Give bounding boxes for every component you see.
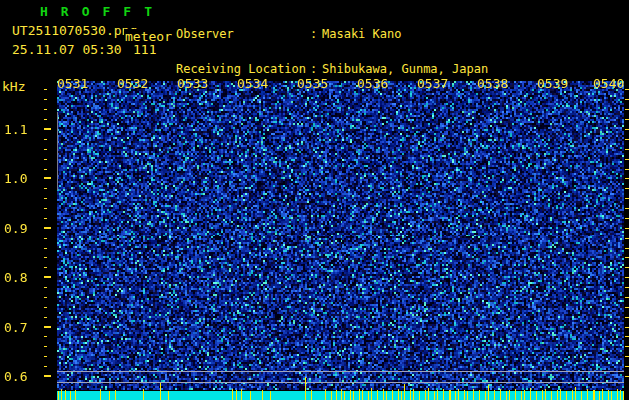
signal-spike [311,390,312,400]
reference-line-lower [57,382,624,383]
freq-minor-tick [44,218,47,219]
freq-tick-label: 1.1 [4,122,27,137]
freq-minor-tick [44,139,47,140]
signal-spike [488,385,489,400]
freq-major-tick [44,276,51,278]
freq-minor-tick [44,208,47,209]
signal-spike [593,390,595,400]
signal-spike [536,391,537,400]
signal-spike [401,391,402,400]
signal-spike [241,389,242,400]
signal-spike [551,391,552,400]
signal-spike [341,389,342,400]
freq-tick-label: 0.7 [4,320,27,335]
signal-spike [377,390,378,400]
freq-right-tick [625,336,629,337]
signal-spike [250,391,251,400]
signal-spike [485,391,486,400]
signal-spike [524,390,525,400]
signal-spike [602,389,603,400]
signal-spike [437,390,438,400]
signal-spike [542,390,543,400]
signal-spike [500,389,501,400]
time-tick-label: 0534 [237,76,268,91]
freq-right-tick [625,297,629,298]
signal-spike [143,389,144,400]
time-tick-label: 0539 [537,76,568,91]
signal-spike [530,388,531,400]
signal-spike [458,389,459,400]
time-tick-label: 0540 [593,76,624,91]
signal-spike [350,390,351,400]
freq-minor-tick [44,89,47,90]
signal-level-strip [57,391,624,400]
signal-spike [560,389,561,400]
signal-spike [434,391,435,400]
freq-right-tick [625,257,629,258]
freq-major-tick [44,375,51,377]
signal-spike [232,389,233,400]
freq-right-tick [625,198,629,199]
freq-minor-tick [44,188,47,189]
signal-spike [262,390,263,400]
signal-spike [467,391,468,400]
freq-right-tick [625,188,629,189]
signal-spike [353,391,354,400]
meta-label: Observer [176,29,310,41]
app-title: HROFFT [40,4,165,19]
time-tick-label: 0538 [477,76,508,91]
meta-value: Masaki Kano [322,29,401,41]
signal-spike [617,389,618,400]
signal-spike [305,377,306,400]
time-tick-label: 0536 [357,76,388,91]
signal-spike [160,383,161,400]
plot-left-border [57,112,58,190]
freq-right-tick [625,129,629,130]
signal-spike [383,389,384,400]
freq-tick-label: 1.0 [4,171,27,186]
freq-right-tick [625,376,629,377]
freq-right-tick [625,109,629,110]
signal-spike [506,391,507,400]
time-tick-label: 0533 [177,76,208,91]
observation-datetime: 25.11.07 05:30 [12,42,122,57]
freq-minor-tick [44,169,47,170]
signal-spike [599,391,600,400]
spectrogram-canvas [57,81,624,390]
output-filename: UT2511070530.png [12,23,137,38]
freq-tick-label: 0.6 [4,369,27,384]
freq-right-tick [625,218,629,219]
signal-spike [509,390,510,400]
signal-spike [419,391,420,400]
meta-value: Shibukawa, Gunma, Japan [322,64,488,76]
meta-row-observer: Observer:Masaki Kano [176,29,546,41]
signal-spike [100,389,101,400]
freq-minor-tick [44,99,47,100]
signal-spike [545,389,546,400]
freq-right-tick [625,277,629,278]
signal-spike [325,389,326,400]
signal-spike [115,390,116,400]
freq-minor-tick [44,267,47,268]
signal-spike [336,390,337,400]
freq-right-tick [625,346,629,347]
freq-right-tick [625,178,629,179]
time-tick-label: 0531 [57,76,88,91]
signal-spike [236,390,237,400]
signal-spike [521,391,522,400]
freq-minor-tick [44,248,47,249]
freq-minor-tick [44,198,47,199]
signal-spike [623,391,624,400]
y-axis-unit-label: kHz [2,79,25,94]
freq-right-tick [625,317,629,318]
freq-right-tick [625,89,629,90]
freq-right-tick [625,228,629,229]
signal-spike [109,391,110,400]
freq-right-tick [625,139,629,140]
meta-label: Receiving Location [176,64,310,76]
signal-spike [608,390,609,400]
signal-spike [581,391,582,400]
signal-spike [572,390,573,400]
signal-spike [362,390,363,400]
freq-right-tick [625,149,629,150]
